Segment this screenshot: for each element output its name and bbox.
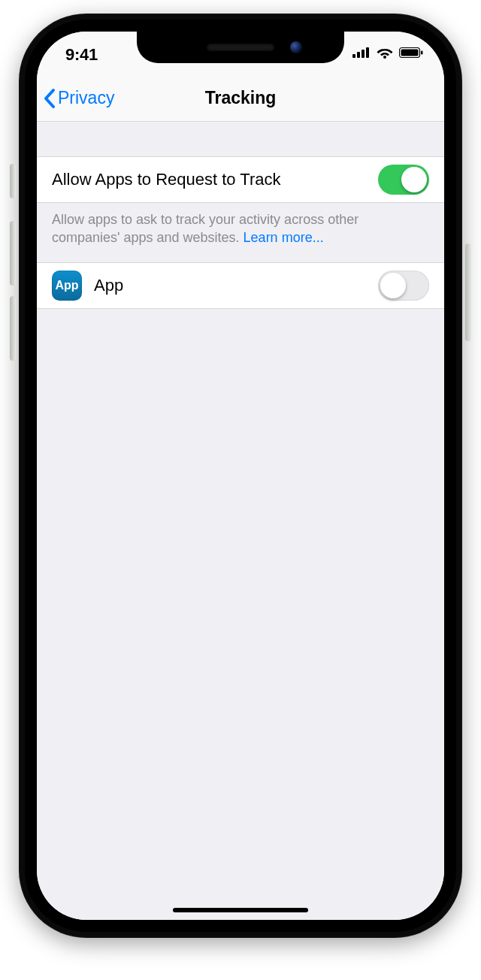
allow-apps-request-row: Allow Apps to Request to Track [37, 156, 444, 203]
svg-rect-1 [357, 52, 360, 58]
svg-rect-0 [352, 54, 355, 58]
power-button [465, 243, 471, 341]
volume-up-button [10, 221, 16, 286]
back-button-label: Privacy [58, 88, 114, 108]
app-name-label: App [94, 276, 378, 295]
toggle-knob [401, 167, 427, 192]
chevron-left-icon [43, 88, 56, 109]
allow-apps-request-footnote: Allow apps to ask to track your activity… [37, 203, 444, 262]
svg-point-4 [383, 56, 386, 59]
svg-rect-7 [421, 51, 423, 55]
allow-apps-request-toggle[interactable] [378, 165, 429, 195]
screen: 9:41 [37, 32, 444, 920]
status-time: 9:41 [65, 45, 98, 65]
wifi-icon [377, 47, 393, 59]
allow-apps-request-label: Allow Apps to Request to Track [52, 170, 378, 189]
svg-rect-6 [401, 50, 419, 56]
phone-bezel: 9:41 [25, 20, 456, 932]
svg-rect-3 [366, 47, 369, 58]
notch [137, 32, 344, 63]
svg-rect-2 [362, 50, 365, 58]
navigation-bar: Privacy Tracking [37, 75, 444, 122]
app-tracking-row: AppApp [37, 262, 444, 309]
home-indicator[interactable] [173, 908, 308, 912]
toggle-knob [380, 273, 406, 298]
cellular-icon [352, 47, 371, 58]
app-tracking-toggle[interactable] [378, 271, 429, 301]
mute-switch [10, 164, 16, 198]
app-icon: App [52, 271, 82, 301]
earpiece-speaker [207, 44, 274, 51]
content-area: Allow Apps to Request to Track Allow app… [37, 122, 444, 920]
back-button[interactable]: Privacy [37, 88, 114, 109]
battery-icon [399, 47, 423, 58]
volume-down-button [10, 296, 16, 361]
learn-more-link[interactable]: Learn more... [244, 230, 324, 245]
section-gap [37, 122, 444, 156]
front-camera [290, 41, 302, 53]
status-indicators [352, 47, 423, 59]
phone-frame: 9:41 [19, 14, 462, 938]
